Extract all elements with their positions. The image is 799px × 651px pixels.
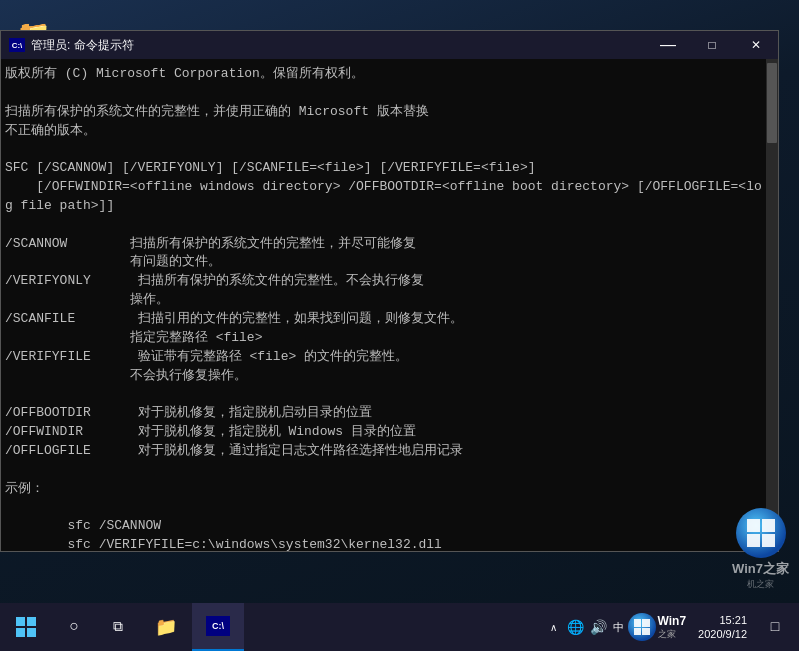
tray-icons: 🌐 🔊 [567,619,607,635]
clock-time: 15:21 [719,613,747,627]
taskbar: ○ ⧉ 📁 C:\ ∧ 🌐 🔊 中 [0,603,799,651]
clock-area[interactable]: 15:21 2020/9/12 [690,613,755,642]
desktop-watermark: Win7之家 机之家 [732,508,789,591]
cmd-title-icon: C:\ [9,38,25,52]
notification-button[interactable]: □ [759,603,791,651]
notification-icon: □ [771,619,779,635]
watermark-text: Win7之家 [732,560,789,578]
search-icon: ○ [69,618,79,636]
taskbar-task-view-button[interactable]: ⧉ [96,603,140,651]
close-button[interactable]: ✕ [734,31,778,59]
file-explorer-icon: 📁 [155,616,177,638]
system-tray: ∧ 🌐 🔊 中 [546,619,624,635]
tray-network-icon[interactable]: 🌐 [567,619,584,635]
cmd-scrollbar[interactable] [766,59,778,551]
windows-logo-icon [16,617,36,637]
taskbar-search-button[interactable]: ○ [52,603,96,651]
cmd-content-area[interactable]: 版权所有 (C) Microsoft Corporation。保留所有权利。 扫… [1,59,766,551]
taskbar-left: ○ ⧉ 📁 C:\ [0,603,244,651]
taskbar-file-explorer-button[interactable]: 📁 [140,603,192,651]
clock-date: 2020/9/12 [698,627,747,641]
tray-volume-icon[interactable]: 🔊 [590,619,607,635]
win7-sub-text: 之家 [658,628,687,641]
taskbar-cmd-app-button[interactable]: C:\ [192,603,244,651]
minimize-button[interactable]: — [646,31,690,59]
watermark-circle [736,508,786,558]
cmd-taskbar-icon: C:\ [206,616,230,636]
tray-expand-button[interactable]: ∧ [546,622,561,633]
cmd-content-wrapper: 版权所有 (C) Microsoft Corporation。保留所有权利。 扫… [1,59,778,551]
maximize-button[interactable]: □ [690,31,734,59]
win7-brand-text: Win7 [658,614,687,628]
task-view-icon: ⧉ [113,619,123,635]
watermark-win-logo [747,519,775,547]
win7-logo-area: Win7 之家 [628,613,687,641]
watermark-subtext: 机之家 [747,578,774,591]
cmd-scrollbar-thumb[interactable] [767,63,777,143]
window-controls: — □ ✕ [646,31,778,59]
cmd-window: C:\ 管理员: 命令提示符 — □ ✕ 版权所有 (C) Microsoft … [0,30,779,552]
tray-language-indicator[interactable]: 中 [613,620,624,635]
start-button[interactable] [0,603,52,651]
win7-circle-icon [628,613,656,641]
cmd-titlebar: C:\ 管理员: 命令提示符 — □ ✕ [1,31,778,59]
taskbar-right: ∧ 🌐 🔊 中 Win7 之家 15:21 [546,603,800,651]
